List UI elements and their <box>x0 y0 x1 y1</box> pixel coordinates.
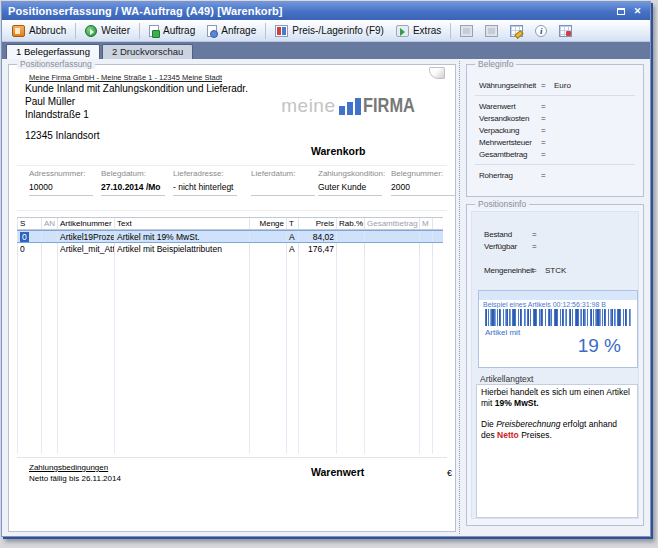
barcode-caption: Beispiel eines Artikels 00:12:56:31:98 B <box>479 300 637 308</box>
groupbox-label: Beleginfo <box>475 59 516 69</box>
cancel-button[interactable]: Abbruch <box>6 22 72 40</box>
order-button[interactable]: Auftrag <box>143 22 201 40</box>
window-title: Positionserfassung / WA-Auftrag (A49) [W… <box>8 5 283 17</box>
info-row-verpackung: Verpackung = <box>467 124 643 136</box>
article-image-percent: 19 % <box>479 335 637 357</box>
table-row[interactable]: 0 Artikel_mit_Attribu Artikel mit Beispi… <box>17 243 443 256</box>
positions-table: S AN Artikelnummer Text Menge T Preis Ra… <box>17 217 443 454</box>
column-header-s[interactable]: S <box>17 218 42 229</box>
sender-line: Meine Firma GmbH - Meine Straße 1 - 1234… <box>29 73 222 82</box>
info-row-mehrwertsteuer: Mehrwertsteuer = <box>467 136 643 148</box>
tab-belegerfassung[interactable]: 1 Belegerfassung <box>6 44 100 59</box>
column-header-t[interactable]: T <box>287 218 299 229</box>
price-stock-info-button[interactable]: Preis-/Lagerinfo (F9) <box>269 22 390 40</box>
app-window: Positionserfassung / WA-Auftrag (A49) [W… <box>1 1 651 537</box>
info-row-versandkosten: Versandkosten = <box>467 112 643 124</box>
company-logo: meine FIRMA <box>281 93 429 117</box>
article-image-header <box>479 291 637 300</box>
toolbar-separator <box>139 23 140 39</box>
groupbox-label: Positionserfassung <box>17 59 95 69</box>
view-toggle-1-button[interactable] <box>454 22 479 40</box>
toolbar-separator <box>75 23 76 39</box>
address-block: Kunde Inland mit Zahlungskondition und L… <box>25 82 248 142</box>
langtext-box: Hierbei handelt es sich um einen Artikel… <box>476 384 638 518</box>
info-row-gesamtbetrag: Gesamtbetrag = <box>467 148 643 160</box>
edit-table-icon <box>510 25 523 37</box>
order-icon <box>149 25 159 37</box>
field-zahlungskondition[interactable]: Zahlungskondition: Guter Kunde <box>318 169 392 196</box>
right-panel: Beleginfo Währungseinheit = Euro Warenwe… <box>464 59 648 538</box>
langtext-paragraph-2: Die Preisberechnung erfolgt anhand des N… <box>481 419 633 441</box>
screen: Positionserfassung / WA-Auftrag (A49) [W… <box>0 0 658 548</box>
info-row-warenwert: Warenwert = <box>467 100 643 112</box>
table-header-row: S AN Artikelnummer Text Menge T Preis Ra… <box>17 217 443 230</box>
view-toggle-2-button[interactable] <box>479 22 504 40</box>
warenwert-footer-label: Warenwert <box>311 466 364 478</box>
price-stock-info-icon <box>275 25 288 37</box>
next-button[interactable]: Weiter <box>79 22 136 40</box>
extras-button[interactable]: Extras <box>390 22 447 40</box>
inquiry-button[interactable]: Anfrage <box>201 22 262 40</box>
logo-word-meine: meine <box>281 95 335 117</box>
toolbar: Abbruch Weiter Auftrag Anfrage Preis-/La… <box>2 20 650 42</box>
document-title: Warenkorb <box>311 145 365 157</box>
column-header-preis[interactable]: Preis <box>299 218 337 229</box>
restore-icon[interactable] <box>614 5 627 17</box>
column-header-rabatt[interactable]: Rab.% <box>337 218 365 229</box>
equals-sign: = <box>541 114 554 123</box>
info-button[interactable]: i <box>529 22 553 40</box>
field-adressnummer[interactable]: Adressnummer: 10000 <box>29 169 103 196</box>
field-belegdatum[interactable]: Belegdatum: 27.10.2014 /Mo <box>101 169 175 196</box>
info-row-bestand: Bestand = <box>472 228 638 240</box>
info-row-verfuegbar: Verfügbar = <box>472 240 638 252</box>
logo-word-firma: FIRMA <box>363 93 415 117</box>
payment-terms-text: Netto fällig bis 26.11.2014 <box>29 474 121 483</box>
active-cell[interactable]: 0 <box>20 232 29 242</box>
toolbar-separator <box>450 23 451 39</box>
equals-sign: = <box>541 102 554 111</box>
insert-row-button[interactable] <box>553 22 578 40</box>
field-belegnummer[interactable]: Belegnummer: 2000 <box>391 169 465 196</box>
column-header-text[interactable]: Text <box>115 218 250 229</box>
table-row-selected[interactable]: 0 Artikel19Prozent Artikel mit 19% MwSt.… <box>17 230 443 243</box>
article-image: Beispiel eines Artikels 00:12:56:31:98 B… <box>478 290 638 368</box>
panel-splitter[interactable] <box>459 61 460 534</box>
info-row-rohertrag: Rohertrag = <box>467 169 643 181</box>
divider <box>475 95 635 96</box>
column-header-m[interactable]: M <box>420 218 433 229</box>
extras-icon <box>396 25 409 37</box>
field-lieferadresse[interactable]: Lieferadresse: - nicht hinterlegt <box>173 169 247 196</box>
close-icon[interactable]: ✕ <box>631 5 644 17</box>
address-line: 12345 Inlandsort <box>25 129 248 142</box>
barcode-icon <box>485 309 631 326</box>
next-icon <box>85 25 97 37</box>
langtext-paragraph-1: Hierbei handelt es sich um einen Artikel… <box>481 387 633 409</box>
equals-sign: = <box>541 150 554 159</box>
table-empty-grid[interactable] <box>17 256 443 454</box>
column-header-menge[interactable]: Menge <box>250 218 287 229</box>
divider <box>17 210 447 211</box>
divider <box>17 457 447 458</box>
page-corner-icon <box>429 67 445 79</box>
info-row-waehrungseinheit: Währungseinheit = Euro <box>467 79 643 91</box>
column-header-artikelnummer[interactable]: Artikelnummer <box>58 218 115 229</box>
positionsinfo-groupbox: Positionsinfo Bestand = Verfügbar = <box>466 204 644 526</box>
equals-sign: = <box>532 230 545 239</box>
column-header-gesamtbetrag[interactable]: Gesamtbetrag <box>365 218 420 229</box>
positionserfassung-groupbox: Positionserfassung Meine Firma GmbH - Me… <box>8 64 456 532</box>
tab-band: 1 Belegerfassung 2 Druckvorschau <box>2 42 650 59</box>
tab-druckvorschau[interactable]: 2 Druckvorschau <box>102 44 193 59</box>
address-line: Inlandstraße 1 <box>25 108 248 121</box>
edit-table-button[interactable] <box>504 22 529 40</box>
payment-terms: Zahlungsbedingungen Netto fällig bis 26.… <box>29 463 121 483</box>
toolbar-separator <box>265 23 266 39</box>
equals-sign: = <box>541 126 554 135</box>
inquiry-icon <box>207 25 217 37</box>
divider <box>475 164 635 165</box>
column-header-an[interactable]: AN <box>42 218 58 229</box>
field-lieferdatum[interactable]: Lieferdatum: <box>251 169 325 196</box>
panel-icon <box>485 25 498 37</box>
equals-sign: = <box>541 171 554 180</box>
payment-terms-label: Zahlungsbedingungen <box>29 463 121 472</box>
insert-row-icon <box>559 25 572 37</box>
